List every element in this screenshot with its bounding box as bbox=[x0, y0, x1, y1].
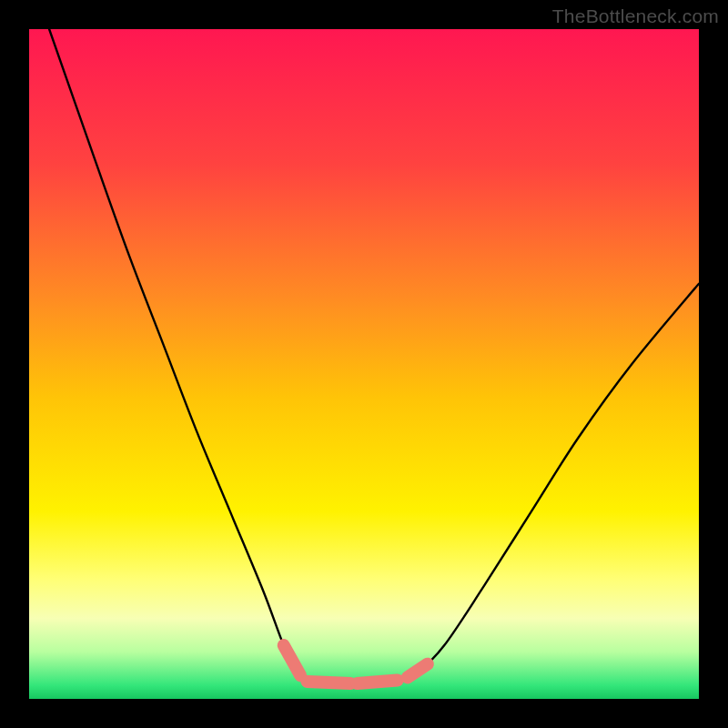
watermark-text: TheBottleneck.com bbox=[552, 5, 719, 27]
trough-marker bbox=[358, 680, 398, 683]
chart-svg bbox=[29, 29, 699, 699]
trough-marker bbox=[307, 682, 350, 683]
chart-background bbox=[29, 29, 699, 699]
chart-plot-area bbox=[29, 29, 699, 699]
chart-frame: TheBottleneck.com bbox=[0, 0, 728, 728]
